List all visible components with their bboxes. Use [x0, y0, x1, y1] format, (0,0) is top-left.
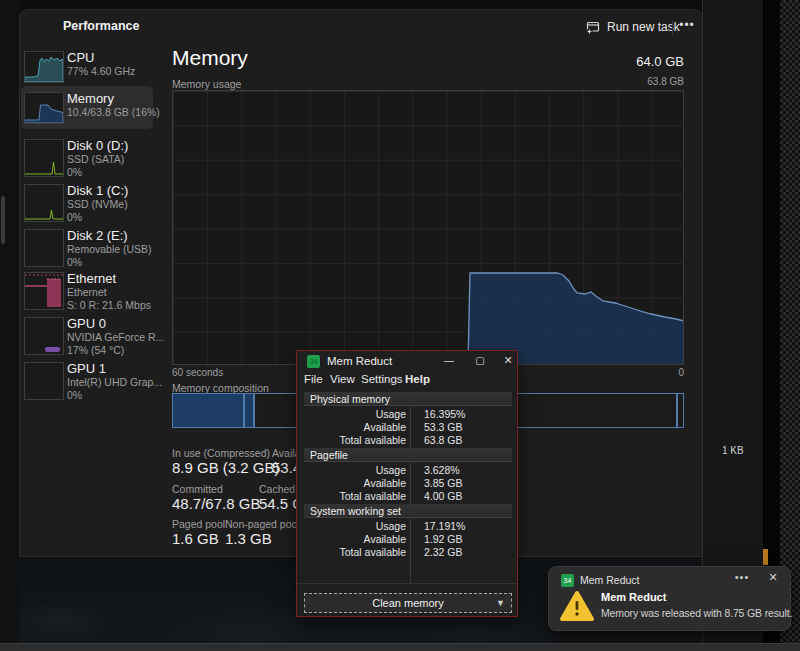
close-button[interactable]: ✕	[497, 352, 519, 369]
stat-non-paged-pool-label: Non-paged pool	[225, 518, 300, 530]
maximize-button[interactable]: ▢	[469, 352, 491, 369]
graph-scale-label: 1 KB	[722, 445, 744, 456]
x-axis-right-label: 0	[560, 367, 684, 378]
row-label: Available	[304, 477, 415, 490]
memory-total-label: 64.0 GB	[560, 54, 684, 69]
sidebar-disk1-type: SSD (NVMe)	[67, 198, 128, 211]
composition-in-use-segment	[173, 394, 243, 427]
section-system-working-set: System working set	[304, 504, 512, 518]
sidebar-disk0-stats: 0%	[67, 166, 128, 179]
memreduct-app-icon: 34	[307, 355, 320, 368]
sidebar-item-memory[interactable]: Memory 10.4/63.8 GB (16%)	[22, 91, 168, 129]
sidebar-item-disk1[interactable]: Disk 1 (C:) SSD (NVMe) 0%	[22, 183, 168, 227]
sidebar-item-ethernet[interactable]: Ethernet Ethernet S: 0 R: 21.6 Mbps	[22, 271, 168, 315]
row-sws-available: Available 1.92 GB	[304, 533, 512, 546]
background-scrollbar[interactable]	[1, 196, 5, 244]
memory-graph-max-label: 63.8 GB	[560, 76, 684, 87]
memory-usage-graph-label: Memory usage	[172, 78, 241, 90]
notification-app-name: Mem Reduct	[580, 574, 640, 586]
clean-memory-dropdown-caret[interactable]: ▼	[496, 598, 505, 608]
desktop-left-strip	[0, 0, 20, 643]
composition-divider	[676, 394, 678, 427]
row-value: 17.191%	[415, 520, 465, 533]
sidebar-disk1-label: Disk 1 (C:)	[67, 183, 128, 198]
sidebar-item-cpu[interactable]: CPU 77% 4.60 GHz	[22, 50, 168, 88]
row-value: 3.628%	[415, 464, 460, 477]
desktop: 1 KB Performance Run new task ••• CPU	[0, 0, 800, 651]
disk0-graph-thumbnail	[24, 139, 64, 177]
row-label: Available	[304, 533, 415, 546]
stat-in-use-label: In use (Compressed)	[172, 447, 270, 459]
stat-committed-value: 48.7/67.8 GB	[172, 495, 260, 512]
sidebar-item-gpu0[interactable]: GPU 0 NVIDIA GeForce R... 17% (54 °C)	[22, 316, 168, 360]
sidebar-disk0-type: SSD (SATA)	[67, 153, 128, 166]
more-options-button[interactable]: •••	[678, 14, 696, 36]
sidebar-disk2-type: Removable (USB)	[67, 243, 152, 256]
sidebar-cpu-label: CPU	[67, 50, 135, 65]
sidebar-memory-label: Memory	[67, 91, 160, 106]
sidebar-memory-stats: 10.4/63.8 GB (16%)	[67, 106, 160, 119]
menu-file[interactable]: File	[304, 373, 323, 385]
cpu-graph-thumbnail	[24, 51, 64, 83]
stat-paged-pool-label: Paged pool	[172, 518, 225, 530]
sidebar-gpu0-label: GPU 0	[67, 316, 164, 331]
clean-memory-label: Clean memory	[372, 597, 444, 609]
memory-usage-chart	[172, 90, 684, 365]
menu-settings[interactable]: Settings	[361, 373, 403, 385]
memory-page-title: Memory	[172, 46, 248, 70]
notification-toast[interactable]: 34 Mem Reduct ••• ✕ Mem Reduct Memory wa…	[548, 566, 791, 631]
row-label: Total available	[304, 434, 415, 447]
sidebar-item-gpu1[interactable]: GPU 1 Intel(R) UHD Grap... 0%	[22, 361, 168, 405]
row-sws-total: Total available 2.32 GB	[304, 546, 512, 559]
sidebar-item-disk2[interactable]: Disk 2 (E:) Removable (USB) 0%	[22, 228, 168, 272]
memory-graph-thumbnail	[24, 92, 64, 124]
row-pagefile-available: Available 3.85 GB	[304, 477, 512, 490]
row-pagefile-usage: Usage 3.628%	[304, 464, 512, 477]
run-new-task-label: Run new task	[607, 20, 680, 34]
sidebar-item-disk0[interactable]: Disk 0 (D:) SSD (SATA) 0%	[22, 138, 168, 182]
taskbar[interactable]	[0, 643, 800, 651]
stat-paged-pool-value: 1.6 GB	[172, 530, 219, 547]
row-physical-usage: Usage 16.395%	[304, 408, 512, 421]
row-label: Total available	[304, 546, 415, 559]
notification-message: Memory was released with 8.75 GB result.	[601, 607, 787, 619]
notification-title: Mem Reduct	[601, 591, 666, 603]
background-window-strip: 1 KB	[702, 0, 763, 643]
row-physical-total: Total available 63.8 GB	[304, 434, 512, 447]
notification-more-button[interactable]: •••	[731, 571, 753, 587]
disk1-graph-thumbnail	[24, 184, 64, 222]
stat-cached-label: Cached	[259, 483, 295, 495]
row-pagefile-total: Total available 4.00 GB	[304, 490, 512, 503]
section-physical-memory: Physical memory	[304, 392, 512, 406]
row-label: Usage	[304, 408, 415, 421]
desktop-edge-pattern	[780, 0, 800, 643]
sidebar-gpu1-stats: 0%	[67, 389, 162, 402]
composition-modified-segment	[245, 394, 253, 427]
row-label: Available	[304, 421, 415, 434]
page-title: Performance	[63, 19, 139, 33]
minimize-button[interactable]: —	[438, 352, 460, 369]
clean-memory-button[interactable]: Clean memory ▼	[304, 593, 512, 613]
sidebar-disk1-stats: 0%	[67, 211, 128, 224]
row-label: Total available	[304, 490, 415, 503]
row-value: 16.395%	[415, 408, 465, 421]
menu-view[interactable]: View	[330, 373, 355, 385]
row-value: 1.92 GB	[415, 533, 463, 546]
warning-icon	[559, 589, 595, 623]
sidebar-ethernet-stats: S: 0 R: 21.6 Mbps	[67, 299, 151, 312]
x-axis-left-label: 60 seconds	[172, 367, 223, 378]
sidebar-disk0-label: Disk 0 (D:)	[67, 138, 128, 153]
row-value: 63.8 GB	[415, 434, 463, 447]
row-sws-usage: Usage 17.191%	[304, 520, 512, 533]
menu-help[interactable]: Help	[405, 373, 430, 385]
section-pagefile: Pagefile	[304, 448, 512, 462]
notification-app-icon: 34	[561, 574, 574, 587]
gpu1-graph-thumbnail	[24, 362, 64, 400]
row-physical-available: Available 53.3 GB	[304, 421, 512, 434]
run-new-task-icon	[586, 20, 600, 34]
composition-divider	[253, 394, 255, 427]
row-label: Usage	[304, 464, 415, 477]
memreduct-window-title: Mem Reduct	[327, 355, 392, 367]
notification-close-button[interactable]: ✕	[763, 571, 783, 587]
sidebar-gpu0-stats: 17% (54 °C)	[67, 344, 164, 357]
